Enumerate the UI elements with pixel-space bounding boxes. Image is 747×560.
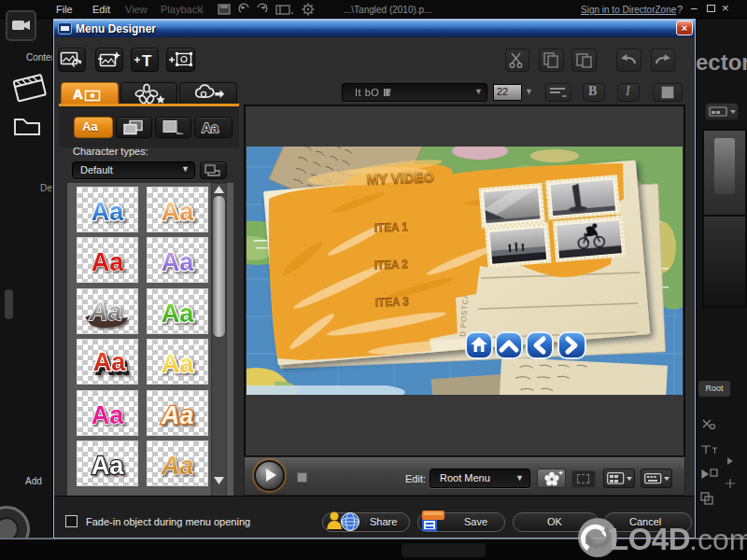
svg-text:Aa: Aa — [202, 120, 218, 135]
svg-text:T: T — [142, 52, 152, 69]
svg-text:Aa: Aa — [92, 198, 124, 226]
svg-text:Aa: Aa — [93, 348, 126, 376]
svg-text:Aa: Aa — [162, 350, 194, 378]
svg-text:Aa: Aa — [89, 298, 122, 326]
svg-text:A: A — [73, 86, 83, 102]
svg-text:ITEA 2: ITEA 2 — [374, 257, 409, 272]
svg-text:ITEA 1: ITEA 1 — [374, 219, 409, 234]
svg-text:ITEA 3: ITEA 3 — [375, 294, 410, 309]
svg-text:Aa: Aa — [92, 401, 124, 429]
svg-text:Aa: Aa — [92, 248, 124, 276]
svg-text:LO4D: LO4D — [610, 522, 690, 556]
svg-text:Aa: Aa — [92, 452, 124, 480]
svg-text:Aa: Aa — [162, 198, 194, 226]
svg-text:MY VIDEO: MY VIDEO — [367, 169, 435, 188]
svg-text:.com: .com — [689, 523, 747, 556]
svg-text:Aa: Aa — [161, 452, 194, 480]
svg-text:Aa: Aa — [162, 248, 194, 276]
svg-text:Aa: Aa — [162, 300, 194, 328]
svg-text:Aa: Aa — [161, 401, 194, 429]
